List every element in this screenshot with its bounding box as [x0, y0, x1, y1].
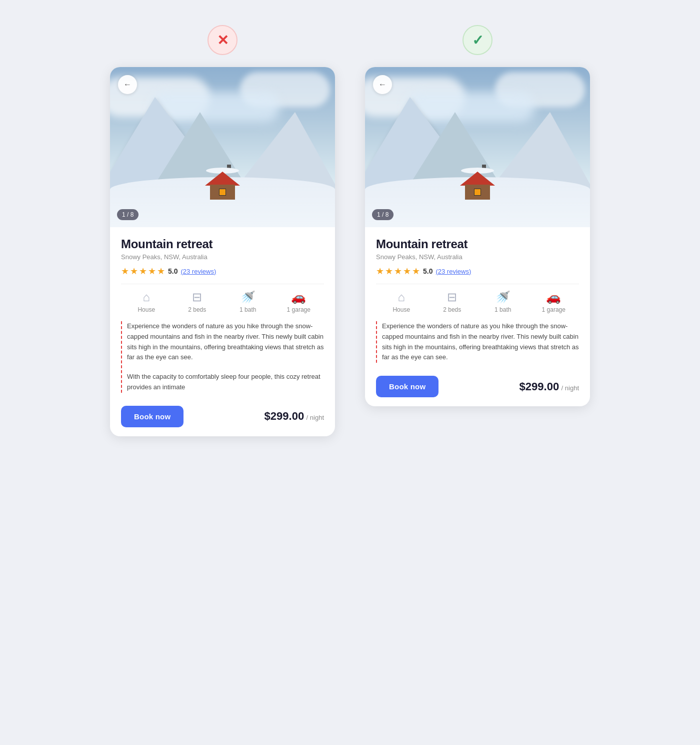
correct-icon: ✓	[472, 32, 484, 49]
star-5: ★	[157, 266, 165, 277]
star-1: ★	[121, 266, 129, 277]
card-body-wrong: Mountain retreat Snowy Peaks, NSW, Austr…	[110, 227, 335, 313]
description-p2-wrong: With the capacity to comfortably sleep f…	[127, 372, 324, 393]
amenity-garage: 🚗 1 garage	[274, 291, 324, 313]
bed-icon-correct: ⊟	[447, 291, 457, 303]
amenity-garage-label-correct: 1 garage	[542, 306, 566, 313]
garage-icon: 🚗	[291, 291, 306, 303]
cabin-body	[210, 185, 235, 200]
cabin-roof-correct	[460, 172, 495, 186]
amenity-house-label-correct: House	[392, 306, 410, 313]
card-location: Snowy Peaks, NSW, Australia	[121, 253, 324, 261]
page-wrapper: ✕	[75, 25, 625, 436]
cabin-correct	[460, 172, 495, 200]
back-icon: ←	[124, 80, 132, 89]
card-title-correct: Mountain retreat	[376, 237, 579, 251]
bath-icon-correct: 🚿	[496, 291, 510, 303]
rating-row: ★ ★ ★ ★ ★ 5.0 (23 reviews)	[121, 266, 324, 277]
card-footer-wrong: Book now $299.00 / night	[110, 398, 335, 436]
wrong-column: ✕	[110, 25, 335, 436]
price-unit-correct: / night	[562, 384, 579, 392]
amenity-beds: ⊟ 2 beds	[172, 291, 223, 313]
image-counter-correct: 1 / 8	[372, 209, 394, 220]
cabin-window	[219, 189, 226, 196]
star-1c: ★	[376, 266, 384, 277]
amenity-garage-correct: 🚗 1 garage	[528, 291, 580, 313]
correct-badge: ✓	[462, 25, 492, 55]
star-5c: ★	[412, 266, 420, 277]
cabin	[205, 172, 240, 200]
rating-row-correct: ★ ★ ★ ★ ★ 5.0 (23 reviews)	[376, 266, 579, 277]
cabin-roof	[205, 172, 240, 186]
amenity-bath: 🚿 1 bath	[222, 291, 274, 313]
back-button-correct[interactable]: ←	[373, 75, 392, 94]
rating-score-correct: 5.0	[423, 267, 432, 275]
house-icon: ⌂	[143, 291, 150, 303]
card-title: Mountain retreat	[121, 237, 324, 251]
amenity-bath-label: 1 bath	[240, 306, 256, 313]
price-wrap-wrong: $299.00 / night	[264, 410, 324, 423]
bed-icon: ⊟	[192, 291, 202, 303]
wrong-badge: ✕	[208, 25, 238, 55]
price-amount-wrong: $299.00	[264, 410, 304, 422]
amenities-row: ⌂ House ⊟ 2 beds 🚿 1 bath 🚗 1 garage	[121, 291, 324, 313]
amenities-row-correct: ⌂ House ⊟ 2 beds 🚿 1 bath 🚗 1 garage	[376, 291, 579, 313]
amenity-beds-correct: ⊟ 2 beds	[427, 291, 478, 313]
divider-correct	[376, 284, 579, 284]
image-counter: 1 / 8	[117, 209, 138, 220]
back-button[interactable]: ←	[118, 75, 137, 94]
description-correct: Experience the wonders of nature as you …	[376, 321, 579, 363]
star-3c: ★	[394, 266, 402, 277]
cabin-body-correct	[465, 185, 490, 200]
house-icon-correct: ⌂	[398, 291, 406, 303]
card-image-correct: ← 1 / 8	[365, 67, 590, 227]
price-unit-wrong: / night	[306, 414, 324, 421]
mountain-scene	[110, 67, 335, 227]
description-wrong: Experience the wonders of nature as you …	[121, 321, 324, 393]
amenity-house: ⌂ House	[121, 291, 172, 313]
description-wrap-correct: Experience the wonders of nature as you …	[365, 321, 590, 363]
correct-column: ✓	[365, 25, 590, 406]
stars-correct: ★ ★ ★ ★ ★	[376, 266, 420, 277]
correct-card: ← 1 / 8 Mountain retreat Snowy Peaks, NS…	[365, 67, 590, 406]
cabin-window-correct	[474, 189, 481, 196]
book-button-correct[interactable]: Book now	[376, 376, 438, 397]
card-body-correct: Mountain retreat Snowy Peaks, NSW, Austr…	[365, 227, 590, 313]
price-amount-correct: $299.00	[520, 380, 560, 393]
amenity-beds-label-correct: 2 beds	[443, 306, 461, 313]
card-image-wrong: ← 1 / 8	[110, 67, 335, 227]
amenity-beds-label: 2 beds	[188, 306, 206, 313]
star-4c: ★	[403, 266, 411, 277]
star-3: ★	[139, 266, 147, 277]
amenity-house-label: House	[138, 306, 155, 313]
mountain-scene-correct	[365, 67, 590, 227]
rating-reviews-correct[interactable]: (23 reviews)	[436, 268, 471, 275]
rating-score: 5.0	[168, 267, 178, 275]
card-footer-correct: Book now $299.00 / night	[365, 368, 590, 406]
description-p1-correct: Experience the wonders of nature as you …	[382, 321, 579, 363]
price-wrap-correct: $299.00 / night	[520, 380, 579, 393]
star-2: ★	[130, 266, 138, 277]
star-4: ★	[148, 266, 156, 277]
divider	[121, 284, 324, 284]
amenity-bath-label-correct: 1 bath	[494, 306, 511, 313]
description-wrap-wrong: Experience the wonders of nature as you …	[110, 321, 335, 393]
garage-icon-correct: 🚗	[546, 291, 561, 303]
amenity-garage-label: 1 garage	[287, 306, 310, 313]
bath-icon: 🚿	[240, 291, 256, 303]
amenity-house-correct: ⌂ House	[376, 291, 427, 313]
back-icon-correct: ←	[378, 80, 386, 89]
description-p1-wrong: Experience the wonders of nature as you …	[127, 321, 324, 363]
wrong-card: ← 1 / 8 Mountain retreat Snowy Peaks, NS…	[110, 67, 335, 436]
amenity-bath-correct: 🚿 1 bath	[478, 291, 528, 313]
stars: ★ ★ ★ ★ ★	[121, 266, 165, 277]
card-location-correct: Snowy Peaks, NSW, Australia	[376, 253, 579, 261]
book-button-wrong[interactable]: Book now	[121, 406, 184, 427]
star-2c: ★	[385, 266, 393, 277]
wrong-icon: ✕	[217, 32, 228, 49]
rating-reviews[interactable]: (23 reviews)	[180, 268, 216, 275]
